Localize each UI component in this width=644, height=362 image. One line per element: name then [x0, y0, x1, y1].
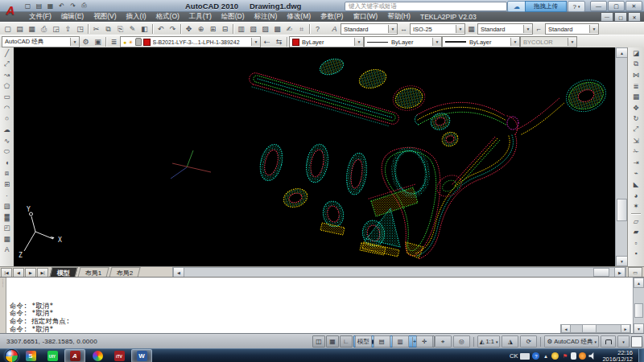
menu-item[interactable]: 格式(O) — [151, 12, 184, 22]
insert-block-icon[interactable]: ⧈ — [2, 168, 13, 179]
sogou-taskbar-button[interactable]: S — [21, 350, 40, 362]
publish-icon[interactable]: ⇪ — [62, 23, 74, 35]
annotation-scale-button[interactable]: ◭ 1:1 ▾ — [477, 335, 501, 348]
separator[interactable] — [88, 24, 89, 34]
status-menu-arrow-icon[interactable]: ▾ — [617, 335, 630, 348]
construction-line-icon[interactable]: ⤢ — [2, 59, 13, 70]
erase-icon[interactable]: ◪ — [630, 47, 642, 59]
sheet-set-icon[interactable]: ▩ — [271, 23, 283, 35]
tab-next-icon[interactable]: ▶ — [25, 268, 36, 278]
layer-combo[interactable]: ● ☀ S-B2021-LYF-3-...1-LPH-1-389242 ▼ — [120, 36, 261, 47]
ime-indicator[interactable]: CK — [510, 352, 518, 360]
close-button[interactable]: ✕ — [625, 1, 642, 11]
redo-icon[interactable]: ↷ — [167, 23, 179, 35]
help-tray-icon[interactable]: ? — [532, 352, 539, 360]
undo-icon[interactable]: ↶ — [155, 23, 167, 35]
rotate-icon[interactable]: ↻ — [630, 113, 642, 125]
ortho-toggle[interactable]: ∟ — [340, 335, 353, 348]
scroll-down-icon[interactable]: ▼ — [616, 256, 628, 266]
shield-tray-icon[interactable] — [579, 352, 586, 360]
save-icon[interactable]: ▦ — [26, 23, 38, 35]
make-block-icon[interactable]: ⊞ — [2, 179, 13, 190]
mirror-icon[interactable]: ⋈ — [630, 69, 642, 80]
ellipse-icon[interactable]: ⬭ — [2, 146, 13, 157]
array-icon[interactable]: ▦ — [630, 91, 642, 102]
snap-toggle[interactable]: ◫ — [312, 335, 325, 348]
workspace-switcher[interactable]: ⚙ AutoCAD 经典 ▾ — [544, 335, 599, 348]
rectangle-icon[interactable]: ▭ — [2, 91, 13, 102]
combo-arrow-icon[interactable]: ▼ — [388, 25, 397, 33]
menu-item[interactable]: 绘图(D) — [217, 12, 250, 22]
draworder-above-icon[interactable]: ▫ — [630, 237, 642, 249]
designcenter-icon[interactable]: ▧ — [247, 23, 259, 35]
separator[interactable] — [180, 24, 181, 34]
cut-icon[interactable]: ✂ — [90, 23, 102, 35]
draworder-front-icon[interactable]: ▱ — [630, 216, 642, 227]
show-desktop-button[interactable] — [638, 349, 644, 362]
paste-icon[interactable]: ⎘ — [114, 23, 126, 35]
autocad-logo-icon[interactable]: A — [2, 1, 19, 19]
doc-close-button[interactable]: ✕ — [628, 12, 641, 22]
action-center-flag-icon[interactable]: ⚑ — [561, 352, 568, 360]
tab-last-icon[interactable]: ▶| — [37, 268, 48, 278]
layer-properties-manager-icon[interactable]: ≣ — [108, 36, 120, 47]
drawing-canvas[interactable]: Y X Z — [14, 47, 616, 266]
multiline-text-icon[interactable]: A — [2, 245, 13, 256]
draworder-under-icon[interactable]: ▪ — [630, 249, 642, 260]
separator[interactable] — [631, 213, 641, 214]
text-style-combo[interactable]: Standard▼ — [341, 23, 398, 35]
annotation-auto-icon[interactable]: ⟳ — [520, 335, 537, 348]
open-icon[interactable]: ▤ — [14, 23, 26, 35]
help-button[interactable]: ?▾ — [568, 1, 585, 12]
help-icon[interactable]: ? — [312, 23, 324, 35]
menu-item[interactable]: 帮助(H) — [382, 12, 415, 22]
upload-button[interactable]: 拖拽上传 — [525, 1, 567, 12]
quickcalc-icon[interactable]: ⌗ — [295, 23, 308, 35]
menu-item[interactable]: 编辑(E) — [56, 12, 89, 22]
explode-icon[interactable]: ✶ — [630, 200, 642, 212]
combo-arrow-icon[interactable]: ▼ — [523, 25, 532, 33]
color-combo[interactable]: ByLayer▼ — [289, 36, 364, 47]
break-icon[interactable]: ⌁ — [630, 168, 642, 179]
zoom-tool-icon[interactable]: ⌖ — [435, 335, 452, 348]
extend-icon[interactable]: ⇥ — [630, 157, 642, 168]
cloud-icon[interactable]: ☁ — [507, 1, 526, 12]
stretch-icon[interactable]: ⇲ — [630, 135, 642, 146]
scroll-up-icon[interactable]: ▲ — [634, 278, 644, 288]
iqiyi-taskbar-button[interactable]: UIY — [43, 350, 62, 362]
separator[interactable] — [152, 24, 153, 34]
workspace-settings-icon[interactable]: ⚙ — [80, 36, 92, 47]
word-taskbar-button[interactable]: W — [131, 349, 152, 362]
mleader-style-combo[interactable]: Standard▼ — [545, 23, 599, 35]
minimize-button[interactable]: — — [590, 1, 607, 11]
copy-icon[interactable]: ⧉ — [630, 59, 642, 70]
polyline-icon[interactable]: ↝ — [2, 69, 13, 80]
scale-icon[interactable]: ⤢ — [630, 124, 642, 135]
pinwheel-app-taskbar-button[interactable] — [88, 350, 107, 362]
autocad-taskbar-button[interactable]: A — [64, 349, 85, 362]
tool-palettes-icon[interactable]: ▨ — [259, 23, 271, 35]
qat-open-icon[interactable]: ▤ — [34, 2, 44, 10]
scrollbar-thumb[interactable] — [593, 268, 609, 277]
drawing-vertical-scrollbar[interactable]: ▲ ▼ — [615, 47, 628, 266]
taskbar-clock[interactable]: 22:16 2016/12/12 — [602, 350, 633, 362]
restore-button[interactable]: ▢ — [608, 1, 625, 11]
linetype-combo[interactable]: ByLayer▼ — [364, 36, 442, 47]
qat-new-icon[interactable]: ▢ — [23, 2, 33, 10]
properties-icon[interactable]: ▥ — [235, 23, 247, 35]
plot-icon[interactable]: ⎙ — [38, 23, 50, 35]
qat-redo-icon[interactable]: ↷ — [68, 2, 78, 10]
menu-item[interactable]: 标注(N) — [250, 12, 283, 22]
combo-arrow-icon[interactable]: ▼ — [510, 38, 519, 46]
move-icon[interactable]: ✥ — [630, 102, 642, 113]
new-icon[interactable]: ▢ — [2, 23, 14, 35]
doc-restore-button[interactable]: ▢ — [614, 12, 627, 22]
model-space-button[interactable]: 模型 — [355, 335, 372, 348]
scrollbar-thumb[interactable] — [617, 199, 627, 221]
scroll-left-icon[interactable]: ◀ — [561, 324, 571, 333]
markup-icon[interactable]: ✍ — [283, 23, 295, 35]
menu-item[interactable]: TEKLA2PIP V2.03 — [415, 13, 481, 21]
menu-item[interactable]: 插入(I) — [122, 12, 151, 22]
coordinates-readout[interactable]: 3307.6651, -382.1585, 0.0000 — [0, 338, 126, 345]
annotation-visibility-icon[interactable]: ◮ — [502, 335, 518, 348]
